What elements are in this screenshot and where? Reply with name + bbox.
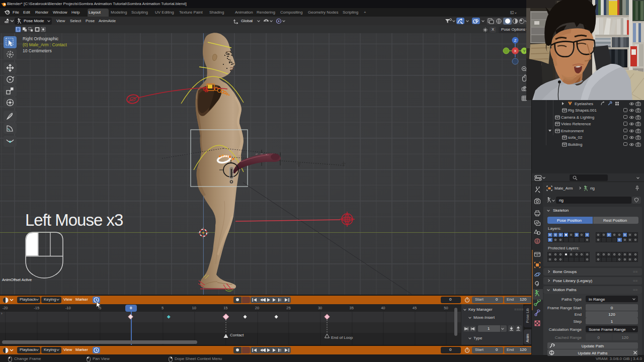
svg-text:End of Loop: End of Loop xyxy=(331,335,353,340)
svg-text:Contact: Contact xyxy=(230,333,244,337)
svg-text:0.23: 0.23 xyxy=(221,154,228,158)
svg-text:›: › xyxy=(1,311,3,316)
